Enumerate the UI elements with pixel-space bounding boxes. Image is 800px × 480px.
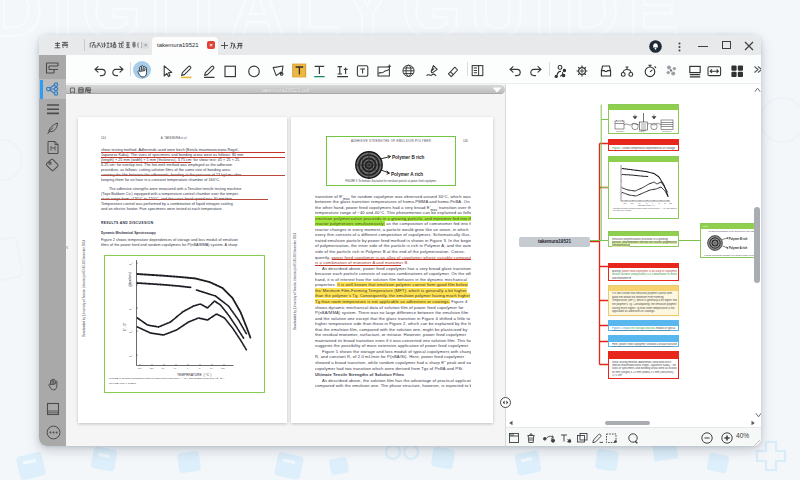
svg-text:120: 120 [669,202,672,204]
svg-text:Polymer B rich: Polymer B rich [729,237,748,241]
svg-text:reactor: reactor [639,130,645,132]
svg-text:0: 0 [652,202,653,204]
svg-text:Polymer A rich: Polymer A rich [729,246,748,250]
svg-text:0: 0 [187,367,189,369]
svg-text:80: 80 [664,202,666,204]
svg-text:10⁷: 10⁷ [129,307,133,311]
svg-text:10⁸: 10⁸ [129,284,133,288]
svg-text:-160: -160 [623,202,626,204]
svg-text:Polymer A rich: Polymer A rich [391,172,423,177]
svg-text:-120: -120 [149,367,154,369]
svg-text:120: 120 [221,367,225,369]
svg-text:for P(nBA/MMA) system.: for P(nBA/MMA) system. [613,209,632,211]
svg-text:80: 80 [210,367,213,369]
svg-text:-160: -160 [137,367,142,369]
svg-text:-40: -40 [173,367,177,369]
svg-text:for P(nBA/MMA) system.: for P(nBA/MMA) system. [109,382,137,385]
svg-text:FIGURE 2 Dynamic mechanical d: FIGURE 2 Dynamic mechanical data of powe… [109,377,224,380]
svg-text:40: 40 [198,367,201,369]
svg-text:10⁹: 10⁹ [129,262,133,266]
svg-text:Polymer B rich: Polymer B rich [392,155,425,160]
svg-text:10⁶: 10⁶ [129,330,133,334]
svg-text:10⁵: 10⁵ [129,354,133,358]
svg-text:-40: -40 [645,202,648,204]
svg-text:(dyne/cm²): (dyne/cm²) [128,272,132,286]
svg-text:-120: -120 [630,202,633,204]
svg-text:E′ , E″: E′ , E″ [123,321,127,331]
svg-text:40: 40 [658,202,660,204]
svg-text:monomer A: monomer A [616,130,626,132]
svg-text:monomer B: monomer B [662,130,672,132]
svg-text:-80: -80 [161,367,165,369]
svg-text:-80: -80 [638,202,641,204]
